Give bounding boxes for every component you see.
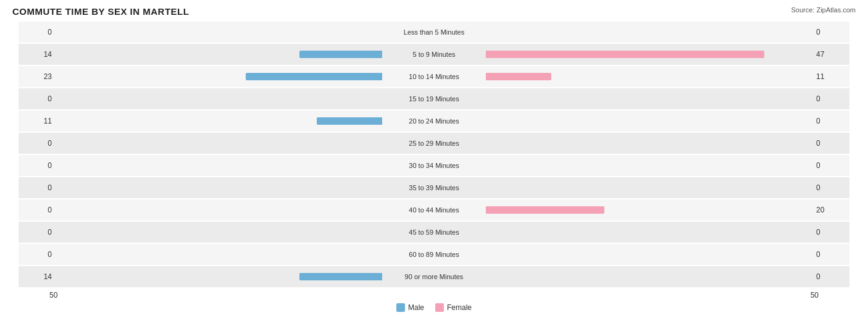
table-row: 0 40 to 44 Minutes 20: [19, 199, 849, 220]
male-bar-wrap: [56, 162, 385, 169]
bar-label: 5 to 9 Minutes: [385, 51, 483, 58]
bar-pair: 15 to 19 Minutes: [56, 95, 812, 103]
bar-label: 60 to 89 Minutes: [385, 251, 483, 258]
bar-container: 20 to 24 Minutes: [56, 117, 812, 125]
bar-label: 90 or more Minutes: [385, 273, 483, 280]
table-row: 0 60 to 89 Minutes 0: [19, 244, 849, 265]
female-bar-wrap: [483, 273, 812, 280]
bar-container: 10 to 14 Minutes: [56, 73, 812, 81]
male-bar: [299, 51, 382, 58]
bar-container: 30 to 34 Minutes: [56, 162, 812, 170]
bar-pair: 20 to 24 Minutes: [56, 117, 812, 125]
female-value: 0: [812, 117, 849, 125]
table-row: 0 Less than 5 Minutes 0: [19, 22, 849, 43]
bar-container: Less than 5 Minutes: [56, 28, 812, 36]
bar-pair: 5 to 9 Minutes: [56, 51, 812, 59]
male-value: 0: [19, 183, 56, 192]
bar-pair: 25 to 29 Minutes: [56, 140, 812, 148]
legend-male-box: [396, 303, 405, 312]
male-value: 23: [19, 72, 56, 81]
bar-label: 20 to 24 Minutes: [385, 117, 483, 125]
male-bar: [317, 117, 382, 125]
male-value: 0: [19, 206, 56, 214]
male-value: 14: [19, 272, 56, 281]
female-bar-wrap: [483, 206, 812, 214]
chart-area: 0 Less than 5 Minutes 0 14: [12, 22, 856, 287]
female-bar-wrap: [483, 73, 812, 80]
bar-label: 45 to 59 Minutes: [385, 229, 483, 236]
legend-female: Female: [435, 303, 472, 312]
female-bar-wrap: [483, 140, 812, 147]
male-bar: [299, 273, 382, 280]
bar-label: Less than 5 Minutes: [385, 28, 483, 36]
female-bar-wrap: [483, 251, 812, 258]
female-value: 47: [812, 50, 849, 59]
bar-container: 45 to 59 Minutes: [56, 229, 812, 237]
male-value: 14: [19, 50, 56, 59]
bar-pair: 90 or more Minutes: [56, 273, 812, 281]
bar-label: 15 to 19 Minutes: [385, 95, 483, 103]
bar-container: 35 to 39 Minutes: [56, 184, 812, 192]
table-row: 0 45 to 59 Minutes 0: [19, 222, 849, 243]
female-value: 0: [812, 94, 849, 103]
table-row: 11 20 to 24 Minutes 0: [19, 111, 849, 132]
bar-container: 40 to 44 Minutes: [56, 206, 812, 214]
chart-header: COMMUTE TIME BY SEX IN MARTELL Source: Z…: [12, 6, 856, 17]
female-bar: [486, 206, 604, 214]
table-row: 0 35 to 39 Minutes 0: [19, 177, 849, 198]
legend-male-label: Male: [408, 303, 424, 312]
table-row: 14 90 or more Minutes 0: [19, 266, 849, 287]
male-bar-wrap: [56, 184, 385, 191]
male-value: 0: [19, 139, 56, 148]
axis-left: 50: [49, 291, 57, 300]
female-value: 0: [812, 28, 849, 36]
female-value: 0: [812, 250, 849, 259]
female-bar-wrap: [483, 117, 812, 125]
male-value: 11: [19, 117, 56, 125]
bar-pair: 10 to 14 Minutes: [56, 73, 812, 81]
male-bar-wrap: [56, 51, 385, 58]
bar-pair: Less than 5 Minutes: [56, 28, 812, 36]
male-bar-wrap: [56, 273, 385, 280]
bar-label: 40 to 44 Minutes: [385, 206, 483, 214]
male-value: 0: [19, 94, 56, 103]
male-value: 0: [19, 161, 56, 170]
bar-container: 5 to 9 Minutes: [56, 51, 812, 59]
male-bar-wrap: [56, 28, 385, 36]
bar-label: 25 to 29 Minutes: [385, 140, 483, 147]
female-bar: [486, 51, 764, 58]
chart-title: COMMUTE TIME BY SEX IN MARTELL: [12, 6, 189, 17]
legend-row: Male Female: [12, 303, 856, 312]
bar-label: 30 to 34 Minutes: [385, 162, 483, 169]
female-bar-wrap: [483, 95, 812, 103]
table-row: 14 5 to 9 Minutes 47: [19, 44, 849, 65]
female-bar-wrap: [483, 51, 812, 58]
bar-label: 10 to 14 Minutes: [385, 73, 483, 80]
bar-pair: 35 to 39 Minutes: [56, 184, 812, 192]
bar-container: 90 or more Minutes: [56, 273, 812, 281]
table-row: 0 15 to 19 Minutes 0: [19, 88, 849, 109]
male-bar-wrap: [56, 117, 385, 125]
legend-female-label: Female: [447, 303, 472, 312]
bar-pair: 30 to 34 Minutes: [56, 162, 812, 170]
female-value: 0: [812, 139, 849, 148]
male-value: 0: [19, 250, 56, 259]
male-value: 0: [19, 28, 56, 36]
male-bar-wrap: [56, 95, 385, 103]
bar-pair: 40 to 44 Minutes: [56, 206, 812, 214]
legend-male: Male: [396, 303, 424, 312]
female-value: 11: [812, 72, 849, 81]
female-bar-wrap: [483, 162, 812, 169]
table-row: 23 10 to 14 Minutes 11: [19, 66, 849, 87]
female-bar-wrap: [483, 28, 812, 36]
bar-container: 15 to 19 Minutes: [56, 95, 812, 103]
table-row: 0 30 to 34 Minutes 0: [19, 155, 849, 176]
axis-row: 50 50: [12, 291, 856, 300]
female-value: 20: [812, 206, 849, 214]
bar-container: 60 to 89 Minutes: [56, 251, 812, 259]
bar-container: 25 to 29 Minutes: [56, 140, 812, 148]
male-bar-wrap: [56, 229, 385, 236]
female-value: 0: [812, 161, 849, 170]
female-value: 0: [812, 228, 849, 237]
bar-pair: 60 to 89 Minutes: [56, 251, 812, 259]
